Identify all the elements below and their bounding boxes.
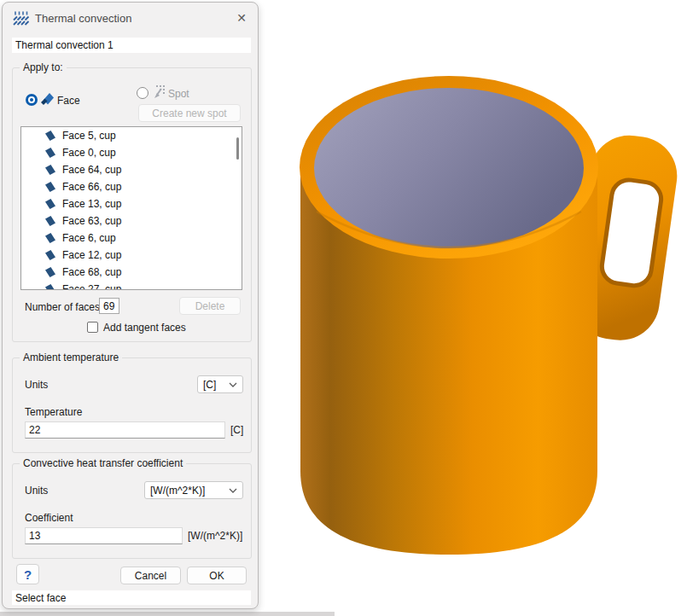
ambient-units-dropdown[interactable]: [C]	[197, 375, 243, 393]
temperature-label: Temperature	[25, 406, 82, 418]
add-tangent-faces-checkbox[interactable]	[87, 322, 98, 333]
chevron-down-icon	[229, 382, 237, 387]
3d-viewport[interactable]	[260, 0, 687, 616]
convective-units-label: Units	[25, 485, 48, 497]
temperature-unit-suffix: [C]	[230, 424, 243, 436]
face-radio[interactable]	[26, 94, 38, 106]
face-icon	[44, 130, 56, 142]
face-icon	[44, 198, 56, 210]
ambient-temperature-label: Ambient temperature	[20, 352, 122, 363]
face-list-item[interactable]: Face 66, cup	[21, 178, 242, 195]
face-list-item[interactable]: Face 68, cup	[21, 264, 242, 281]
face-icon	[44, 181, 56, 193]
spot-option-label: Spot	[168, 88, 189, 100]
number-of-faces-label: Number of faces	[25, 301, 100, 313]
face-list-item[interactable]: Face 63, cup	[21, 212, 242, 230]
number-of-faces-value: 69	[99, 298, 119, 314]
face-list-item[interactable]: Face 0, cup	[21, 144, 242, 161]
ok-button[interactable]: OK	[187, 567, 247, 584]
coefficient-unit-suffix: [W/(m^2*K)]	[188, 530, 242, 542]
thermal-convection-dialog: Thermal convection ✕ Apply to: Face	[2, 2, 259, 609]
dialog-title: Thermal convection	[35, 12, 131, 25]
spot-icon	[153, 84, 167, 99]
face-option-label: Face	[57, 95, 80, 107]
face-list-scrollbar[interactable]	[236, 137, 239, 160]
app-window: Thermal convection ✕ Apply to: Face	[0, 0, 687, 616]
dialog-titlebar[interactable]: Thermal convection ✕	[3, 3, 258, 33]
face-list-item[interactable]: Face 5, cup	[21, 127, 242, 144]
thermal-convection-icon	[13, 11, 30, 26]
face-icon	[44, 283, 56, 290]
face-icon	[44, 147, 56, 159]
face-icon	[44, 215, 56, 227]
delete-button: Delete	[179, 297, 241, 315]
convective-coefficient-group: Convective heat transfer coefficient Uni…	[12, 463, 252, 559]
convection-name-input[interactable]	[12, 38, 251, 53]
create-new-spot-button: Create new spot	[138, 104, 241, 122]
face-icon	[44, 266, 56, 278]
face-list[interactable]: Face 5, cupFace 0, cupFace 64, cupFace 6…	[20, 126, 242, 290]
help-button[interactable]: ?	[16, 564, 39, 584]
apply-to-group: Apply to: Face Spot Create new spot	[12, 67, 252, 342]
cancel-button[interactable]: Cancel	[120, 567, 181, 584]
status-bar: Select face	[12, 590, 251, 605]
face-list-item[interactable]: Face 64, cup	[21, 161, 242, 178]
bottom-edge-strip	[0, 612, 335, 616]
chevron-down-icon	[229, 488, 237, 493]
convective-coefficient-label: Convective heat transfer coefficient	[20, 457, 186, 469]
face-icon	[44, 232, 56, 244]
mug-model[interactable]	[260, 0, 687, 616]
face-list-item[interactable]: Face 6, cup	[21, 230, 242, 247]
add-tangent-faces-label: Add tangent faces	[103, 322, 186, 334]
face-list-item[interactable]: Face 12, cup	[21, 247, 242, 264]
face-list-item[interactable]: Face 13, cup	[21, 195, 242, 212]
mug-interior[interactable]	[314, 88, 584, 248]
convective-units-dropdown[interactable]: [W/(m^2*K)]	[144, 481, 243, 499]
coefficient-label: Coefficient	[25, 512, 73, 524]
spot-radio	[137, 87, 148, 99]
ambient-units-label: Units	[25, 379, 48, 391]
temperature-input[interactable]	[25, 421, 225, 439]
face-icon	[44, 249, 56, 261]
face-icon	[40, 90, 55, 106]
ambient-temperature-group: Ambient temperature Units [C] Temperatur…	[12, 357, 252, 453]
apply-to-label: Apply to:	[20, 61, 67, 73]
face-icon	[44, 164, 56, 176]
coefficient-input[interactable]	[25, 527, 183, 544]
face-list-item[interactable]: Face 27, cup	[21, 281, 242, 290]
close-icon[interactable]: ✕	[233, 9, 250, 26]
